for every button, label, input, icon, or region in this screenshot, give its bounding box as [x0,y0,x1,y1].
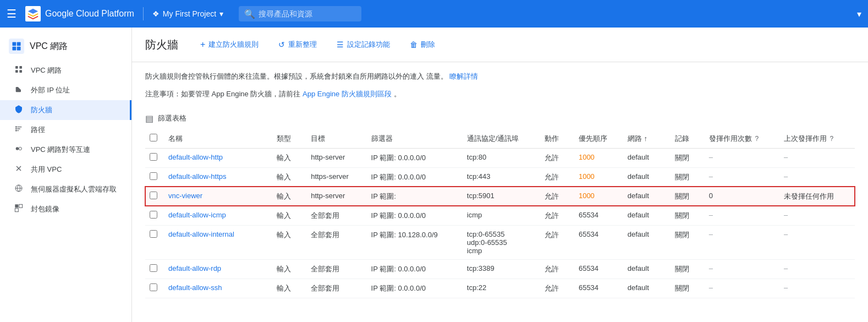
row-hits-default-allow-internal: – [705,225,779,259]
select-all-checkbox[interactable] [150,134,157,141]
refresh-icon: ↺ [278,40,285,49]
row-name-link-default-allow-rdp[interactable]: default-allow-rdp [168,264,221,272]
sidebar-item-vpc-peering[interactable]: VPC 網路對等互連 [0,140,131,160]
sidebar-item-firewall[interactable]: 防火牆 [0,100,131,120]
row-checkbox-default-allow-https[interactable] [150,172,157,180]
search-input[interactable] [239,6,361,21]
row-priority-default-allow-rdp: 65534 [574,259,623,279]
row-network-default-allow-rdp: default [623,259,671,279]
project-selector[interactable]: ❖ My First Project ▾ [152,9,223,18]
filter-icon: ▤ [145,113,153,124]
sidebar-item-label-routes: 路徑 [31,125,45,135]
row-checkbox-default-allow-rdp[interactable] [150,264,157,272]
row-hits-default-allow-rdp: – [705,259,779,279]
row-name-link-default-allow-https[interactable]: default-allow-https [168,172,227,181]
svg-point-9 [15,128,17,130]
menu-icon[interactable]: ☰ [7,7,17,20]
row-name-default-allow-rdp: default-allow-rdp [164,259,272,279]
row-checkbox-default-allow-ssh[interactable] [150,283,157,291]
row-log-vnc-viewer: 關閉 [671,187,705,206]
table-row: vnc-viewer 輸入 http-server IP 範圍: tcp:590… [145,187,855,206]
sidebar: VPC 網路 VPC 網路 外部 IP 位址 防火牆 路徑 [0,28,132,322]
row-checkbox-default-allow-icmp[interactable] [150,211,157,219]
refresh-label: 重新整理 [288,40,317,50]
row-name-default-allow-ssh: default-allow-ssh [164,279,272,298]
row-hits-default-allow-icmp: – [705,206,779,225]
row-target-default-allow-https: https-server [306,167,366,187]
row-name-link-vnc-viewer[interactable]: vnc-viewer [168,192,202,200]
table-row: default-allow-ssh 輸入 全部套用 IP 範圍: 0.0.0.0… [145,279,855,298]
delete-button[interactable]: 🗑 刪除 [403,36,442,53]
row-proto-default-allow-https: tcp:443 [463,167,540,187]
project-name: My First Project [163,9,216,18]
row-name-link-default-allow-internal[interactable]: default-allow-internal [168,230,234,238]
sidebar-item-shared-vpc[interactable]: 共用 VPC [0,160,131,179]
svg-point-8 [15,126,17,128]
row-action-default-allow-http: 允許 [540,148,574,167]
app-engine-link[interactable]: App Engine 防火牆規則區段 [303,90,392,98]
svg-rect-1 [17,42,21,46]
row-hits-default-allow-https: – [705,167,779,187]
delete-icon: 🗑 [410,40,417,49]
row-name-link-default-allow-ssh[interactable]: default-allow-ssh [168,283,222,292]
learn-more-link[interactable]: 瞭解詳情 [449,72,478,80]
row-type-default-allow-https: 輸入 [272,167,306,187]
row-action-default-allow-icmp: 允許 [540,206,574,225]
row-proto-default-allow-http: tcp:80 [463,148,540,167]
row-check-default-allow-internal [145,225,164,259]
lastused-help-icon[interactable]: ? [830,135,834,143]
row-lastused-default-allow-internal: – [779,225,855,259]
shared-vpc-icon [13,164,24,175]
topbar-right-chevron-icon[interactable]: ▾ [857,9,861,19]
refresh-button[interactable]: ↺ 重新整理 [272,36,323,53]
row-checkbox-default-allow-http[interactable] [150,153,157,161]
sidebar-item-packet-mirror[interactable]: 封包鏡像 [0,199,131,219]
topbar-right: ▾ [857,9,861,19]
row-name-link-default-allow-http[interactable]: default-allow-http [168,153,223,161]
create-firewall-rule-button[interactable]: + 建立防火牆規則 [194,36,265,53]
sidebar-item-label-vpc-peering: VPC 網路對等互連 [31,145,90,155]
sidebar-item-vpc-network[interactable]: VPC 網路 [0,61,131,80]
sidebar-item-routes[interactable]: 路徑 [0,120,131,140]
table-area: ▤ 篩選表格 名稱 類型 目標 篩選器 通訊協定/通訊埠 動作 [132,108,868,312]
sidebar-item-serverless-vpn[interactable]: 無伺服器虛擬私人雲端存取 [0,179,131,199]
hits-help-icon[interactable]: ? [755,135,759,143]
gcp-logo-icon [25,6,41,21]
row-network-default-allow-icmp: default [623,206,671,225]
row-priority-default-allow-icmp: 65534 [574,206,623,225]
serverless-vpn-icon [13,184,24,195]
sidebar-item-external-ip[interactable]: 外部 IP 位址 [0,80,131,100]
create-icon: + [200,40,205,50]
row-network-default-allow-internal: default [623,225,671,259]
log-settings-button[interactable]: ☰ 設定記錄功能 [330,36,397,53]
col-header-proto: 通訊協定/通訊埠 [463,129,540,149]
row-checkbox-default-allow-internal[interactable] [150,230,157,238]
sidebar-item-label-external-ip: 外部 IP 位址 [31,85,70,95]
filter-bar: ▤ 篩選表格 [145,108,855,129]
col-header-network: 網路 ↑ [623,129,671,149]
row-name-link-default-allow-icmp[interactable]: default-allow-icmp [168,211,226,219]
row-log-default-allow-https: 關閉 [671,167,705,187]
row-filter-default-allow-https: IP 範圍: 0.0.0.0/0 [367,167,463,187]
row-name-default-allow-internal: default-allow-internal [164,225,272,259]
row-checkbox-vnc-viewer[interactable] [150,192,157,199]
row-proto-default-allow-ssh: tcp:22 [463,279,540,298]
row-log-default-allow-icmp: 關閉 [671,206,705,225]
row-action-default-allow-ssh: 允許 [540,279,574,298]
row-network-vnc-viewer: default [623,187,671,206]
row-lastused-default-allow-https: – [779,167,855,187]
col-header-log: 記錄 [671,129,705,149]
svg-rect-2 [13,47,17,51]
col-header-check [145,129,164,149]
col-header-name: 名稱 [164,129,272,149]
row-type-default-allow-http: 輸入 [272,148,306,167]
row-proto-default-allow-internal: tcp:0-65535udp:0-65535icmp [463,225,540,259]
table-header: 名稱 類型 目標 篩選器 通訊協定/通訊埠 動作 優先順序 網路 ↑ 記錄 發揮… [145,129,855,149]
row-filter-vnc-viewer: IP 範圍: [367,187,463,206]
table-row: default-allow-internal 輸入 全部套用 IP 範圍: 10… [145,225,855,259]
search-icon: 🔍 [244,9,255,19]
row-action-default-allow-rdp: 允許 [540,259,574,279]
row-action-vnc-viewer: 允許 [540,187,574,206]
description-line1: 防火牆規則會控管執行個體的來往流量。根據預設，系統會封鎖來自所用網路以外的連入 [145,72,424,80]
row-action-default-allow-internal: 允許 [540,225,574,259]
